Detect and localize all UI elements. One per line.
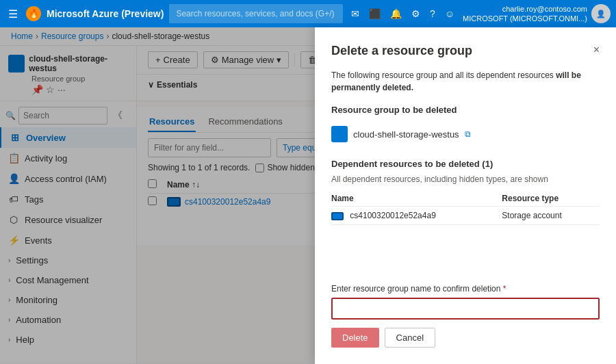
dep-storage-icon (331, 212, 344, 220)
brand-title: Microsoft Azure (Preview) (47, 8, 164, 19)
confirm-delete-button[interactable]: Delete (331, 328, 379, 348)
dialog-subtitle: The following resource group and all its… (331, 69, 600, 94)
dependent-section: Dependent resources to be deleted (1) Al… (331, 159, 600, 225)
dep-subtitle: All dependent resources, including hidde… (331, 174, 600, 184)
dep-resource-type: Storage account (502, 207, 600, 225)
dialog-close-button[interactable]: × (593, 44, 600, 56)
azure-logo: 🔥 (26, 6, 41, 21)
section1-label: Resource group to be deleted (331, 105, 600, 115)
required-marker: * (503, 284, 506, 294)
settings-icon[interactable]: ⚙ (409, 5, 423, 22)
user-avatar[interactable]: 👤 (591, 4, 611, 23)
global-search-input[interactable] (169, 4, 343, 23)
nav-icons-group: ✉ ⬛ 🔔 ⚙ ? ☺ (348, 5, 457, 22)
user-email-display: charlie.roy@contoso.com MICROSOFT (MICRO… (463, 4, 587, 24)
user-tenant: MICROSOFT (MICROSOFT.ONMI...) (463, 14, 587, 23)
confirm-label: Enter resource group name to confirm del… (331, 284, 600, 294)
email-icon[interactable]: ✉ (348, 5, 362, 22)
dialog-header: Delete a resource group × (331, 44, 600, 58)
cloud-shell-icon[interactable]: ⬛ (366, 5, 383, 22)
dep-table-row: cs4100320012e52a4a9 Storage account (331, 207, 600, 225)
top-navbar: ☰ 🔥 Microsoft Azure (Preview) ✉ ⬛ 🔔 ⚙ ? … (0, 0, 616, 27)
cancel-button[interactable]: Cancel (385, 328, 435, 348)
rg-delete-name: cloud-shell-storage-westus (353, 129, 459, 140)
feedback-icon[interactable]: ☺ (442, 5, 457, 22)
user-email: charlie.roy@contoso.com (463, 4, 587, 14)
section2-label: Dependent resources to be deleted (1) (331, 159, 600, 169)
hamburger-menu[interactable]: ☰ (5, 5, 21, 23)
dep-name-header: Name (331, 191, 502, 207)
dialog-title: Delete a resource group (331, 44, 472, 58)
rg-to-delete: cloud-shell-storage-westus ⧉ (331, 120, 600, 148)
confirm-deletion-input[interactable] (331, 298, 600, 320)
dialog-overlay: Delete a resource group × The following … (0, 27, 616, 364)
user-info: charlie.roy@contoso.com MICROSOFT (MICRO… (463, 4, 611, 24)
delete-resource-group-dialog: Delete a resource group × The following … (315, 27, 616, 364)
dependent-resources-table: Name Resource type cs4100320012e52a4a9 S… (331, 191, 600, 225)
dep-type-header: Resource type (502, 191, 600, 207)
dep-resource-name: cs4100320012e52a4a9 (331, 207, 502, 225)
notifications-icon[interactable]: 🔔 (387, 5, 405, 22)
rg-delete-icon (331, 126, 348, 142)
copy-icon[interactable]: ⧉ (465, 129, 471, 139)
confirm-section: Enter resource group name to confirm del… (331, 284, 600, 320)
dialog-footer: Delete Cancel (331, 328, 600, 348)
help-icon[interactable]: ? (427, 5, 438, 22)
